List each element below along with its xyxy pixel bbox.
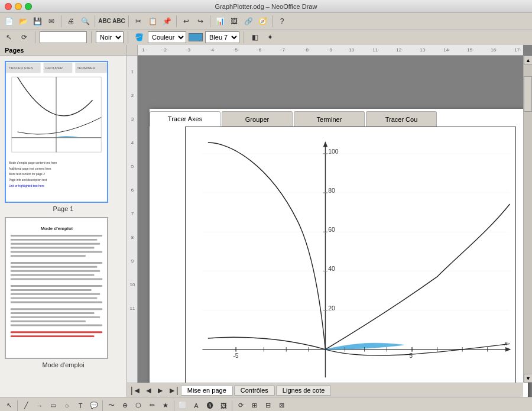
connector-tool[interactable]: ⊕ bbox=[118, 399, 131, 412]
fill-style-dropdown[interactable]: Couleur bbox=[148, 31, 186, 43]
redo-btn[interactable]: ↪ bbox=[194, 15, 207, 28]
canvas-inner[interactable]: Tracer Axes Grouper Terminer Tracer Cou bbox=[138, 56, 532, 397]
save-btn[interactable]: 💾 bbox=[31, 15, 44, 28]
ungroup-tool[interactable]: ⊠ bbox=[275, 399, 288, 412]
scroll-thumb-v[interactable] bbox=[524, 76, 532, 112]
svg-text:Page info and description text: Page info and description text bbox=[9, 179, 47, 182]
email-btn[interactable]: ✉ bbox=[45, 15, 58, 28]
app-title: GraphPlotter.odg – NeoOffice Draw bbox=[215, 3, 317, 10]
flowchart-tool[interactable]: ⬜ bbox=[176, 399, 189, 412]
select-tool[interactable]: ↖ bbox=[2, 399, 15, 412]
hyperlink-btn[interactable]: 🔗 bbox=[242, 15, 255, 28]
pages-content[interactable]: TRACER AXES GROUPER TERMINER bbox=[0, 56, 126, 397]
scrollbar-vertical[interactable]: ▲ ▼ bbox=[523, 56, 532, 383]
sheet-nav-prev[interactable]: ◄ bbox=[144, 386, 154, 395]
svg-text:Link or highlighted text here: Link or highlighted text here bbox=[9, 185, 44, 187]
close-button[interactable] bbox=[5, 3, 12, 10]
sheet-tab-controles[interactable]: Contrôles bbox=[234, 385, 275, 396]
rotate-btn[interactable]: ⟳ bbox=[18, 31, 31, 44]
svg-rect-29 bbox=[11, 293, 100, 295]
open-btn[interactable]: 📂 bbox=[17, 15, 30, 28]
graph-area: 100 80 60 40 20 bbox=[185, 127, 516, 397]
cut-btn[interactable]: ✂ bbox=[132, 15, 145, 28]
sheet-nav-next[interactable]: ► bbox=[155, 386, 166, 395]
sheet-tab-mise-en-page[interactable]: Mise en page bbox=[181, 385, 233, 396]
freeform-tool[interactable]: ✏ bbox=[145, 399, 158, 412]
tab-terminer[interactable]: Terminer bbox=[294, 111, 365, 127]
svg-text:6: 6 bbox=[131, 187, 134, 193]
page-1-label: Page 1 bbox=[5, 205, 122, 212]
tab-grouper[interactable]: Grouper bbox=[222, 111, 293, 127]
help-btn[interactable]: ? bbox=[275, 15, 288, 28]
line-tool[interactable]: ╱ bbox=[20, 399, 33, 412]
rotate-tool[interactable]: ⟳ bbox=[234, 399, 247, 412]
svg-text:·1··: ·1·· bbox=[141, 47, 147, 53]
paint-btn[interactable]: 🪣 bbox=[132, 31, 145, 44]
group-tool[interactable]: ⊟ bbox=[261, 399, 274, 412]
svg-text:··9·: ··9· bbox=[327, 47, 333, 53]
image-tool[interactable]: 🖼 bbox=[217, 399, 230, 412]
cursor-btn[interactable]: ↖ bbox=[2, 31, 15, 44]
minimize-button[interactable] bbox=[15, 3, 22, 10]
svg-rect-16 bbox=[11, 235, 102, 237]
svg-text:9: 9 bbox=[131, 258, 134, 264]
sep1 bbox=[61, 15, 61, 27]
page-1-preview[interactable]: TRACER AXES GROUPER TERMINER bbox=[5, 61, 108, 203]
preview-btn[interactable]: 🔍 bbox=[79, 15, 92, 28]
sheet-tab-lignes-de-cote[interactable]: Lignes de cote bbox=[276, 385, 332, 396]
svg-text:1: 1 bbox=[131, 69, 134, 75]
page-2-preview[interactable]: Mode d'emploi bbox=[5, 217, 108, 359]
chart-btn[interactable]: 📊 bbox=[213, 15, 226, 28]
text-tool[interactable]: T bbox=[74, 399, 87, 412]
shadow-btn[interactable]: ◧ bbox=[248, 31, 261, 44]
symbol-tool[interactable]: A bbox=[190, 399, 203, 412]
svg-text:·15·: ·15· bbox=[466, 47, 473, 53]
new-btn[interactable]: 📄 bbox=[2, 15, 15, 28]
page-1-thumb[interactable]: TRACER AXES GROUPER TERMINER bbox=[5, 61, 122, 212]
print-btn[interactable]: 🖨 bbox=[64, 15, 77, 28]
page-2-thumb[interactable]: Mode d'emploi bbox=[5, 217, 122, 368]
sheet-nav-last[interactable]: ►| bbox=[167, 386, 180, 395]
fill-color-swatch[interactable] bbox=[189, 33, 203, 41]
line-color-dropdown[interactable]: Bleu 7 bbox=[205, 31, 239, 43]
color-name-dropdown[interactable]: Noir bbox=[96, 31, 124, 43]
window-controls[interactable] bbox=[5, 3, 32, 10]
fontwork-tool[interactable]: 🅐 bbox=[203, 399, 216, 412]
svg-rect-18 bbox=[11, 243, 100, 245]
scroll-up-btn[interactable]: ▲ bbox=[524, 56, 532, 64]
svg-text:TERMINER: TERMINER bbox=[77, 66, 95, 70]
sheet-nav-first[interactable]: |◄ bbox=[129, 386, 142, 395]
svg-text:20: 20 bbox=[328, 305, 335, 312]
spellcheck-btn[interactable]: ABC bbox=[98, 15, 111, 28]
arrow-tool[interactable]: → bbox=[33, 399, 46, 412]
autocorrect-btn[interactable]: ABC bbox=[112, 15, 125, 28]
effects-btn[interactable]: ✦ bbox=[264, 31, 277, 44]
undo-btn[interactable]: ↩ bbox=[180, 15, 193, 28]
svg-rect-22 bbox=[11, 262, 102, 264]
sep6 bbox=[272, 15, 273, 27]
sep3 bbox=[128, 15, 129, 27]
svg-rect-37 bbox=[11, 331, 102, 333]
zoom-input[interactable]: 0,00cm bbox=[40, 31, 87, 43]
callout-tool[interactable]: 💬 bbox=[87, 399, 100, 412]
polygon-tool[interactable]: ⬡ bbox=[132, 399, 145, 412]
ellipse-tool[interactable]: ○ bbox=[60, 399, 73, 412]
tab-tracer-axes[interactable]: Tracer Axes bbox=[150, 111, 220, 127]
svg-text:5: 5 bbox=[409, 352, 413, 359]
gallery-btn[interactable]: 🖼 bbox=[228, 15, 241, 28]
maximize-button[interactable] bbox=[25, 3, 32, 10]
tab-tracer-cou[interactable]: Tracer Cou bbox=[366, 111, 437, 127]
rect-tool[interactable]: ▭ bbox=[47, 399, 60, 412]
scroll-down-btn[interactable]: ▼ bbox=[524, 374, 532, 383]
copy-btn[interactable]: 📋 bbox=[146, 15, 159, 28]
align-tool[interactable]: ⊞ bbox=[248, 399, 261, 412]
sheet-tabs-bar: |◄ ◄ ► ►| Mise en page Contrôles Lignes … bbox=[127, 383, 523, 397]
stars-tool[interactable]: ★ bbox=[159, 399, 172, 412]
nav-btn[interactable]: 🧭 bbox=[256, 15, 269, 28]
svg-text:Additional page text content l: Additional page text content lines bbox=[9, 167, 51, 170]
paste-btn[interactable]: 📌 bbox=[160, 15, 173, 28]
svg-text:-5: -5 bbox=[233, 352, 238, 359]
svg-text:·12·: ·12· bbox=[395, 47, 403, 53]
curves-tool[interactable]: 〜 bbox=[105, 399, 118, 412]
svg-rect-32 bbox=[11, 308, 102, 310]
